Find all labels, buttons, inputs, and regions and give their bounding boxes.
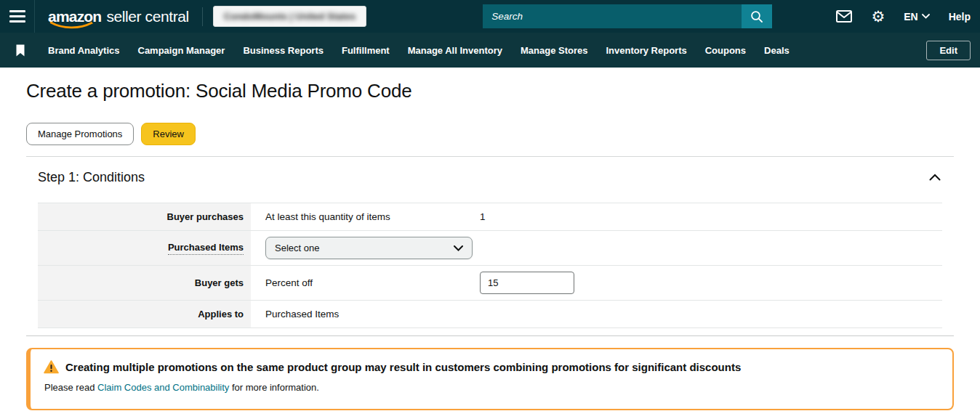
nav-item-deals[interactable]: Deals	[764, 45, 790, 56]
nav-item-fulfillment[interactable]: Fulfillment	[342, 45, 390, 56]
page-title: Create a promotion: Social Media Promo C…	[26, 80, 954, 102]
row-content-cell: At least this quantity of items 1	[251, 203, 942, 230]
table-row-purchased-items: Purchased Items Select one	[38, 231, 942, 266]
conditions-table: Buyer purchases At least this quantity o…	[38, 203, 942, 328]
claim-codes-link[interactable]: Claim Codes and Combinability	[97, 382, 229, 393]
conditions-heading: Step 1: Conditions	[38, 170, 145, 185]
nav-item-campaign-manager[interactable]: Campaign Manager	[138, 45, 225, 56]
chevron-down-icon	[922, 14, 930, 19]
amazon-wordmark: amazon	[48, 8, 101, 25]
secondary-nav: Brand Analytics Campaign Manager Busines…	[0, 33, 980, 68]
nav-item-brand-analytics[interactable]: Brand Analytics	[48, 45, 120, 56]
row-label-cell: Applies to	[38, 301, 251, 327]
nav-item-inventory-reports[interactable]: Inventory Reports	[606, 45, 686, 56]
search-button[interactable]	[742, 4, 772, 28]
row-content-cell: Select one	[251, 231, 942, 265]
gear-icon: ⚙	[871, 9, 885, 24]
row-content-cell: Purchased Items	[251, 301, 942, 327]
applies-to-label: Applies to	[198, 309, 244, 320]
language-selector[interactable]: EN	[904, 11, 929, 23]
warning-title-row: Creating multiple promotions on the same…	[44, 360, 939, 374]
warning-body-prefix: Please read	[44, 382, 97, 393]
review-button[interactable]: Review	[141, 123, 196, 145]
conditions-section-header: Step 1: Conditions	[26, 157, 954, 186]
quantity-value: 1	[480, 211, 486, 222]
table-row-applies-to: Applies to Purchased Items	[38, 301, 942, 328]
purchased-items-select[interactable]: Select one	[265, 237, 473, 259]
search-icon	[750, 10, 763, 23]
seller-central-label: seller central	[106, 8, 188, 25]
search-bar	[483, 4, 772, 28]
manage-promotions-button[interactable]: Manage Promotions	[26, 123, 134, 145]
collapse-section-button[interactable]	[926, 169, 944, 186]
bookmark-icon	[16, 44, 25, 57]
envelope-icon	[836, 10, 852, 23]
top-header: amazon seller central CondoMounts | Unit…	[0, 0, 980, 33]
header-actions: ⚙ EN Help	[836, 9, 971, 24]
chevron-up-icon	[929, 174, 941, 181]
table-row-buyer-gets: Buyer gets Percent off	[38, 266, 942, 301]
section-divider	[26, 335, 954, 336]
header-divider	[202, 7, 203, 26]
nav-item-business-reports[interactable]: Business Reports	[243, 45, 324, 56]
amazon-smile-icon	[49, 21, 95, 30]
chevron-down-icon	[454, 245, 463, 251]
account-selector-button[interactable]: CondoMounts | United States	[213, 6, 366, 27]
nav-item-manage-all-inventory[interactable]: Manage All Inventory	[408, 45, 502, 56]
conditions-section: Step 1: Conditions Buyer purchases At le…	[26, 156, 954, 336]
nav-item-manage-stores[interactable]: Manage Stores	[521, 45, 587, 56]
edit-nav-button[interactable]: Edit	[926, 41, 971, 60]
nav-item-coupons[interactable]: Coupons	[705, 45, 746, 56]
purchased-items-label: Purchased Items	[168, 242, 244, 255]
row-label-cell: Buyer gets	[38, 266, 251, 300]
action-buttons: Manage Promotions Review	[26, 123, 954, 145]
help-link[interactable]: Help	[949, 11, 971, 23]
combinability-warning-banner: Creating multiple promotions on the same…	[26, 348, 954, 410]
warning-title-text: Creating multiple promotions on the same…	[65, 361, 741, 373]
quantity-field-label: At least this quantity of items	[265, 211, 480, 222]
percent-off-input[interactable]	[480, 272, 574, 294]
row-label-cell: Buyer purchases	[38, 203, 251, 230]
table-row-buyer-purchases: Buyer purchases At least this quantity o…	[38, 203, 942, 231]
settings-button[interactable]: ⚙	[871, 9, 885, 24]
select-value: Select one	[275, 243, 319, 253]
bookmark-button[interactable]	[16, 44, 25, 57]
hamburger-menu-icon[interactable]	[0, 0, 35, 33]
percent-off-label: Percent off	[265, 277, 480, 288]
messages-button[interactable]	[836, 10, 852, 23]
buyer-gets-label: Buyer gets	[195, 277, 244, 288]
buyer-purchases-label: Buyer purchases	[167, 211, 244, 222]
warning-icon	[44, 360, 59, 374]
applies-to-value: Purchased Items	[265, 309, 480, 320]
seller-central-logo[interactable]: amazon seller central	[48, 8, 189, 25]
account-selector-label: CondoMounts | United States	[224, 11, 356, 22]
row-content-cell: Percent off	[251, 266, 942, 300]
row-label-cell: Purchased Items	[38, 231, 251, 265]
language-label: EN	[904, 11, 917, 23]
warning-body: Please read Claim Codes and Combinabilit…	[44, 382, 939, 393]
nav-items: Brand Analytics Campaign Manager Busines…	[48, 45, 790, 56]
main-content: Create a promotion: Social Media Promo C…	[0, 80, 980, 410]
search-input[interactable]	[483, 4, 742, 28]
warning-body-suffix: for more information.	[229, 382, 319, 393]
